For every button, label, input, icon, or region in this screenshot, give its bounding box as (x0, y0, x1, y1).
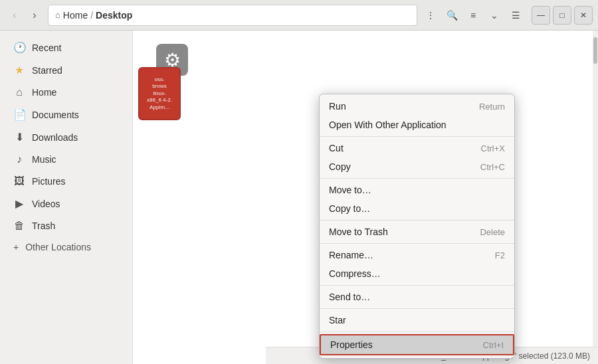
ctx-properties-shortcut: Ctrl+I (483, 340, 504, 350)
ctx-properties-label: Properties (330, 339, 373, 350)
ctx-run[interactable]: Run Return (320, 97, 514, 116)
ctx-sep-5 (320, 285, 514, 286)
ctx-compress[interactable]: Compress… (320, 264, 514, 283)
home-icon: ⌂ (55, 10, 60, 20)
sidebar: 🕐 Recent ★ Starred ⌂ Home 📄 Documents ⬇ … (0, 31, 133, 364)
window-controls: — □ ✕ (532, 6, 593, 25)
file-icon-text: oss-browslinux-x86_6 4-2.AppIm... (147, 76, 172, 111)
sidebar-label-videos: Videos (32, 199, 60, 209)
ctx-sep-4 (320, 243, 514, 244)
ctx-copy-to[interactable]: Copy to… (320, 199, 514, 218)
ctx-move-to-trash-shortcut: Delete (480, 227, 505, 237)
documents-icon: 📄 (13, 108, 25, 121)
appimage-file-icon[interactable]: oss-browslinux-x86_6 4-2.AppIm... (138, 67, 181, 120)
more-button[interactable]: ⋮ (421, 6, 440, 25)
ctx-open-with-label: Open With Other Application (329, 120, 447, 130)
ctx-compress-label: Compress… (329, 268, 381, 279)
sort-button[interactable]: ⌄ (485, 6, 504, 25)
add-icon: + (13, 242, 19, 252)
ctx-copy[interactable]: Copy Ctrl+C (320, 157, 514, 176)
recent-icon: 🕐 (13, 41, 25, 54)
context-menu: Run Return Open With Other Application C… (319, 94, 515, 359)
sidebar-label-music: Music (32, 154, 56, 165)
sidebar-item-recent[interactable]: 🕐 Recent (3, 37, 130, 58)
pictures-icon: 🖼 (13, 175, 25, 187)
sidebar-label-recent: Recent (32, 43, 61, 53)
sidebar-label-trash: Trash (32, 221, 55, 231)
list-view-button[interactable]: ≡ (464, 6, 482, 25)
menu-button[interactable]: ☰ (506, 6, 525, 25)
content-area: ⚙ oss-browslinux-x86_6 4-2.AppIm... Run … (133, 31, 598, 364)
sidebar-item-music[interactable]: ♪ Music (3, 149, 130, 170)
ctx-rename-shortcut: F2 (495, 250, 505, 260)
ctx-star[interactable]: Star (320, 311, 514, 329)
sidebar-label-home: Home (32, 87, 56, 98)
ctx-rename[interactable]: Rename… F2 (320, 246, 514, 264)
trash-icon: 🗑 (13, 220, 25, 232)
forward-button[interactable]: › (25, 6, 44, 25)
ctx-copy-shortcut: Ctrl+C (480, 162, 505, 172)
sidebar-item-pictures[interactable]: 🖼 Pictures (3, 171, 130, 192)
sidebar-item-home[interactable]: ⌂ Home (3, 82, 130, 103)
sidebar-other-locations[interactable]: + Other Locations (3, 237, 130, 257)
sidebar-item-videos[interactable]: ▶ Videos (3, 193, 130, 215)
ctx-sep-3 (320, 220, 514, 221)
close-button[interactable]: ✕ (574, 6, 593, 25)
back-button[interactable]: ‹ (5, 6, 24, 25)
navigation-buttons: ‹ › (5, 6, 44, 25)
main-layout: 🕐 Recent ★ Starred ⌂ Home 📄 Documents ⬇ … (0, 31, 598, 364)
sidebar-item-starred[interactable]: ★ Starred (3, 59, 130, 81)
home-icon: ⌂ (13, 86, 25, 98)
search-button[interactable]: 🔍 (443, 6, 461, 25)
ctx-send-to[interactable]: Send to… (320, 288, 514, 306)
ctx-rename-label: Rename… (329, 250, 373, 260)
breadcrumb: ⌂ Home / Desktop (48, 5, 417, 26)
ctx-cut-shortcut: Ctrl+X (481, 143, 505, 153)
breadcrumb-home[interactable]: Home (63, 10, 88, 21)
ctx-move-to[interactable]: Move to… (320, 181, 514, 199)
scrollbar-thumb[interactable] (593, 37, 597, 64)
ctx-open-with[interactable]: Open With Other Application (320, 116, 514, 134)
ctx-sep-6 (320, 308, 514, 309)
starred-icon: ★ (13, 64, 25, 76)
sidebar-item-downloads[interactable]: ⬇ Downloads (3, 126, 130, 148)
ctx-move-to-trash[interactable]: Move to Trash Delete (320, 223, 514, 241)
ctx-properties[interactable]: Properties Ctrl+I (320, 334, 514, 355)
sidebar-label-documents: Documents (32, 110, 79, 120)
ctx-move-to-label: Move to… (329, 185, 371, 195)
ctx-send-to-label: Send to… (329, 292, 370, 302)
ctx-copy-to-label: Copy to… (329, 203, 370, 214)
ctx-cut[interactable]: Cut Ctrl+X (320, 139, 514, 157)
breadcrumb-current: Desktop (96, 10, 132, 21)
titlebar: ‹ › ⌂ Home / Desktop ⋮ 🔍 ≡ ⌄ ☰ — □ ✕ (0, 0, 598, 31)
ctx-sep-1 (320, 136, 514, 137)
titlebar-actions: ⋮ 🔍 ≡ ⌄ ☰ (421, 6, 525, 25)
ctx-cut-label: Cut (329, 143, 344, 153)
sidebar-label-downloads: Downloads (32, 132, 78, 143)
ctx-move-to-trash-label: Move to Trash (329, 227, 388, 237)
ctx-sep-2 (320, 178, 514, 179)
minimize-button[interactable]: — (532, 6, 550, 25)
other-locations-label: Other Locations (25, 242, 91, 252)
sidebar-label-starred: Starred (32, 65, 62, 76)
ctx-run-shortcut: Return (479, 102, 505, 112)
sidebar-label-pictures: Pictures (32, 176, 66, 187)
maximize-button[interactable]: □ (553, 6, 571, 25)
breadcrumb-separator: / (90, 10, 93, 21)
videos-icon: ▶ (13, 197, 25, 210)
music-icon: ♪ (13, 153, 25, 165)
ctx-copy-label: Copy (329, 161, 351, 172)
downloads-icon: ⬇ (13, 131, 25, 143)
sidebar-item-documents[interactable]: 📄 Documents (3, 104, 130, 126)
ctx-run-label: Run (329, 101, 346, 112)
ctx-sep-7 (320, 331, 514, 332)
scrollbar-track (593, 31, 598, 347)
sidebar-item-trash[interactable]: 🗑 Trash (3, 215, 130, 236)
ctx-star-label: Star (329, 315, 346, 325)
